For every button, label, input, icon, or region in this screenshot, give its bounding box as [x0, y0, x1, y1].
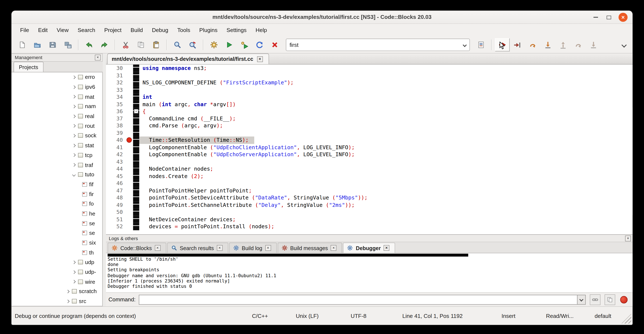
- tree-item[interactable]: fif: [12, 179, 102, 189]
- code-line[interactable]: 35main (int argc, char *argv[]): [106, 101, 632, 108]
- breakpoint-margin[interactable]: [126, 223, 133, 230]
- breakpoint-margin[interactable]: [126, 151, 133, 158]
- breakpoint-margin[interactable]: [126, 115, 133, 122]
- code-line[interactable]: 37 CommandLine cmd (__FILE__);: [106, 115, 632, 122]
- tab-projects[interactable]: Projects: [14, 62, 44, 72]
- paste-button[interactable]: [148, 38, 164, 51]
- tree-item[interactable]: fo: [12, 199, 102, 209]
- menu-tools[interactable]: Tools: [173, 25, 195, 35]
- chevron-right-icon[interactable]: [66, 299, 70, 303]
- tree-item[interactable]: th: [12, 248, 102, 257]
- tree-item[interactable]: rout: [12, 121, 102, 131]
- menu-settings[interactable]: Settings: [222, 25, 251, 35]
- chevron-right-icon[interactable]: [72, 76, 76, 79]
- title-bar[interactable]: mnt/dev/tools/source/ns-3-dev/examples/t…: [12, 11, 632, 24]
- close-tab-icon[interactable]: ×: [265, 245, 271, 251]
- code-line[interactable]: 50: [106, 209, 632, 216]
- close-panel-icon[interactable]: ×: [95, 55, 100, 60]
- breakpoint-margin[interactable]: [126, 101, 133, 108]
- build-target-combo[interactable]: first: [286, 39, 470, 51]
- breakpoint-margin[interactable]: [126, 209, 133, 216]
- breakpoint-margin[interactable]: [126, 79, 133, 86]
- breakpoint-margin[interactable]: [126, 158, 133, 165]
- run-to-cursor-button[interactable]: [510, 38, 525, 51]
- step-out-button[interactable]: [556, 38, 570, 51]
- tree-item[interactable]: real: [12, 111, 102, 121]
- menu-file[interactable]: File: [16, 25, 34, 35]
- breakpoint-margin[interactable]: [126, 86, 133, 93]
- code-line[interactable]: 51 NetDeviceContainer devices;: [106, 216, 632, 223]
- breakpoint-margin[interactable]: [126, 129, 133, 137]
- tree-item[interactable]: src: [12, 296, 102, 306]
- code-line[interactable]: 39: [106, 129, 632, 137]
- menu-debug[interactable]: Debug: [147, 25, 173, 35]
- tree-item[interactable]: he: [12, 209, 102, 218]
- chevron-down-icon[interactable]: [463, 43, 467, 47]
- debug-continue-button[interactable]: [495, 38, 510, 51]
- chevron-right-icon[interactable]: [66, 290, 70, 293]
- resize-grip[interactable]: [621, 314, 631, 323]
- chevron-right-icon[interactable]: [72, 105, 76, 108]
- tree-item[interactable]: sock: [12, 131, 102, 141]
- log-tab-build-log[interactable]: Build log×: [229, 243, 277, 253]
- chevron-right-icon[interactable]: [72, 134, 76, 137]
- code-line[interactable]: 38 cmd.Parse (argc, argv);: [106, 122, 632, 129]
- menu-plugins[interactable]: Plugins: [195, 25, 222, 35]
- tree-item[interactable]: udp: [12, 257, 102, 267]
- close-tab-icon[interactable]: ×: [331, 245, 336, 251]
- breakpoint-margin[interactable]: [126, 180, 133, 187]
- copy-button[interactable]: [134, 38, 148, 51]
- menu-project[interactable]: Project: [100, 25, 126, 35]
- build-button[interactable]: [206, 38, 222, 51]
- log-tab-search-results[interactable]: Search results×: [167, 243, 228, 253]
- toolbar-overflow-chevron[interactable]: [622, 42, 627, 48]
- close-tab-icon[interactable]: ×: [217, 245, 222, 251]
- code-line[interactable]: 33: [106, 86, 632, 93]
- code-line[interactable]: 48 pointToPoint.SetDeviceAttribute ("Dat…: [106, 194, 632, 201]
- replace-button[interactable]: [185, 38, 200, 51]
- close-button[interactable]: ×: [618, 13, 628, 22]
- chevron-right-icon[interactable]: [72, 163, 76, 167]
- menu-build[interactable]: Build: [126, 25, 147, 35]
- code-line[interactable]: 36-{: [106, 108, 632, 115]
- chevron-right-icon[interactable]: [72, 114, 76, 118]
- code-line[interactable]: 49 pointToPoint.SetChannelAttribute ("De…: [106, 201, 632, 209]
- tree-item[interactable]: wire: [12, 277, 102, 287]
- code-line[interactable]: 34int: [106, 93, 632, 101]
- copy-log-button[interactable]: [604, 294, 615, 305]
- close-logs-icon[interactable]: ×: [625, 235, 631, 241]
- code-line[interactable]: 52 devices = pointToPoint.Install (nodes…: [106, 223, 632, 230]
- find-button[interactable]: [170, 38, 185, 51]
- fold-marker-icon[interactable]: -: [134, 109, 138, 113]
- chevron-right-icon[interactable]: [72, 153, 76, 157]
- tree-item[interactable]: se: [12, 228, 102, 238]
- menu-help[interactable]: Help: [251, 25, 272, 35]
- save-button[interactable]: [45, 38, 60, 51]
- attach-button[interactable]: [590, 294, 600, 305]
- chevron-right-icon[interactable]: [72, 144, 76, 147]
- breakpoint-margin[interactable]: [126, 72, 133, 79]
- tree-item[interactable]: erro: [12, 72, 102, 82]
- code-line[interactable]: 44 NodeContainer nodes;: [106, 165, 632, 173]
- abort-button[interactable]: [268, 38, 282, 51]
- breakpoint-margin[interactable]: [126, 108, 133, 115]
- command-input[interactable]: [139, 294, 577, 304]
- chevron-right-icon[interactable]: [72, 270, 76, 274]
- save-all-button[interactable]: [60, 38, 75, 51]
- tree-item[interactable]: ipv6: [12, 82, 102, 92]
- tree-item[interactable]: tuto: [12, 170, 102, 179]
- log-tab-build-messages[interactable]: Build messages×: [278, 243, 342, 253]
- breakpoint-margin[interactable]: [126, 122, 133, 129]
- build-and-run-button[interactable]: [237, 38, 252, 51]
- panel-splitter[interactable]: [103, 53, 106, 306]
- menu-view[interactable]: View: [52, 25, 73, 35]
- breakpoint-margin[interactable]: [126, 187, 133, 194]
- breakpoint-margin[interactable]: [126, 216, 133, 223]
- step-into-instruction-button[interactable]: [586, 38, 601, 51]
- chevron-right-icon[interactable]: [72, 280, 76, 283]
- script-button[interactable]: [474, 38, 488, 51]
- cut-button[interactable]: [118, 38, 133, 51]
- breakpoint-margin[interactable]: [126, 65, 133, 72]
- chevron-down-icon[interactable]: [72, 173, 76, 176]
- code-line[interactable]: 43: [106, 158, 632, 165]
